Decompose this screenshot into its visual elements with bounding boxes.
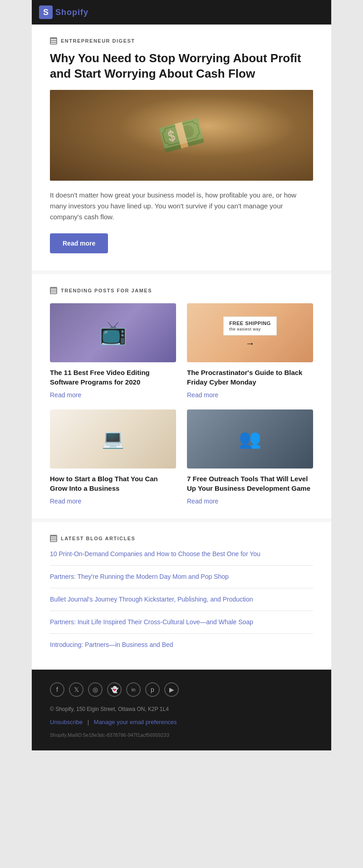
main-article-image: 💵	[50, 90, 313, 181]
blog-link-5[interactable]: Introducing: Partners—in Business and Be…	[50, 641, 173, 648]
shipping-visual: FREE SHIPPINGthe easiest way →	[223, 316, 276, 349]
team-icon: 👥	[239, 428, 261, 449]
card-image-tv: 📺	[50, 303, 176, 362]
latest-blog-section: LATEST BLOG ARTICLES 10 Print-On-Demand …	[32, 522, 331, 670]
arrow-right-icon: →	[245, 338, 255, 349]
list-item: Bullet Journal's Journey Through Kicksta…	[50, 588, 313, 611]
pinterest-icon[interactable]: p	[145, 682, 160, 697]
social-icons-row: f 𝕏 ◎ 👻 in p ▶	[50, 682, 313, 697]
free-shipping-badge: FREE SHIPPINGthe easiest way	[223, 316, 276, 335]
latest-label: LATEST BLOG ARTICLES	[61, 536, 135, 541]
trending-grid: 📺 The 11 Best Free Video Editing Softwar…	[50, 303, 313, 505]
card-title-2: The Procrastinator's Guide to Black Frid…	[187, 368, 313, 387]
blog-list: 10 Print-On-Demand Companies and How to …	[50, 549, 313, 656]
card-title-4: 7 Free Outreach Tools That Will Level Up…	[187, 474, 313, 493]
blog-link-2[interactable]: Partners: They're Running the Modern Day…	[50, 573, 229, 580]
entrepreneur-icon	[50, 37, 57, 44]
section-label-entrepreneur: ENTREPRENEUR DIGEST	[50, 37, 313, 44]
section-label-latest: LATEST BLOG ARTICLES	[50, 535, 313, 542]
latest-icon	[50, 535, 57, 542]
manage-preferences-link[interactable]: Manage your email preferences	[94, 719, 177, 725]
trending-card-1: 📺 The 11 Best Free Video Editing Softwar…	[50, 303, 176, 399]
card-image-team: 👥	[187, 409, 313, 469]
footer-address: © Shopify, 150 Elgin Street, Ottawa ON, …	[50, 706, 313, 712]
footer: f 𝕏 ◎ 👻 in p ▶ © Shopify, 150 Elgin Stre…	[32, 670, 331, 750]
unsubscribe-link[interactable]: Unsubscribe	[50, 719, 83, 725]
card-read-more-4[interactable]: Read more	[187, 498, 313, 505]
twitter-icon[interactable]: 𝕏	[69, 682, 83, 697]
blog-link-1[interactable]: 10 Print-On-Demand Companies and How to …	[50, 550, 260, 557]
card-title-1: The 11 Best Free Video Editing Software …	[50, 368, 176, 387]
youtube-icon[interactable]: ▶	[164, 682, 179, 697]
card-title-3: How to Start a Blog That You Can Grow In…	[50, 474, 176, 493]
list-item: Partners: Inuit Life Inspired Their Cros…	[50, 611, 313, 634]
trending-card-2: FREE SHIPPINGthe easiest way → The Procr…	[187, 303, 313, 399]
trending-section: TRENDING POSTS FOR JAMES 📺 The 11 Best F…	[32, 274, 331, 518]
card-image-shipping: FREE SHIPPINGthe easiest way →	[187, 303, 313, 362]
facebook-icon[interactable]: f	[50, 682, 64, 697]
snapchat-icon[interactable]: 👻	[107, 682, 122, 697]
trending-icon	[50, 287, 57, 294]
instagram-icon[interactable]: ◎	[88, 682, 103, 697]
section-label-trending: TRENDING POSTS FOR JAMES	[50, 287, 313, 294]
list-item: Partners: They're Running the Modern Day…	[50, 566, 313, 588]
main-article-title: Why You Need to Stop Worrying About Prof…	[50, 51, 313, 82]
blog-link-4[interactable]: Partners: Inuit Life Inspired Their Cros…	[50, 618, 253, 626]
logo: S Shopify	[39, 5, 324, 19]
laptop-icon: 💻	[102, 428, 124, 449]
list-item: 10 Print-On-Demand Companies and How to …	[50, 549, 313, 566]
section-divider-2	[32, 518, 331, 522]
list-item: Introducing: Partners—in Business and Be…	[50, 634, 313, 656]
tv-icon: 📺	[99, 320, 127, 346]
card-read-more-1[interactable]: Read more	[50, 391, 176, 399]
main-article-section: ENTREPRENEUR DIGEST Why You Need to Stop…	[32, 25, 331, 271]
trending-card-4: 👥 7 Free Outreach Tools That Will Level …	[187, 409, 313, 505]
money-icon: 💵	[154, 108, 209, 162]
trending-card-3: 💻 How to Start a Blog That You Can Grow …	[50, 409, 176, 505]
logo-s-icon: S	[39, 5, 53, 19]
logo-text: Shopify	[55, 8, 88, 17]
footer-links: Unsubscribe | Manage your email preferen…	[50, 718, 313, 726]
entrepreneur-digest-label: ENTREPRENEUR DIGEST	[61, 38, 135, 44]
main-article-excerpt: It doesn't matter how great your busines…	[50, 190, 313, 222]
blog-link-3[interactable]: Bullet Journal's Journey Through Kicksta…	[50, 596, 253, 603]
footer-mail-id: Shopify.MailID:5e18e3dc-8378786-947f1acf…	[50, 732, 313, 738]
card-read-more-3[interactable]: Read more	[50, 498, 176, 505]
linkedin-icon[interactable]: in	[126, 682, 141, 697]
footer-separator: |	[88, 719, 89, 725]
section-divider-1	[32, 271, 331, 274]
card-image-laptop: 💻	[50, 409, 176, 469]
trending-label: TRENDING POSTS FOR JAMES	[61, 288, 152, 293]
header: S Shopify	[32, 0, 331, 25]
card-read-more-2[interactable]: Read more	[187, 391, 313, 399]
main-read-more-button[interactable]: Read more	[50, 233, 108, 253]
